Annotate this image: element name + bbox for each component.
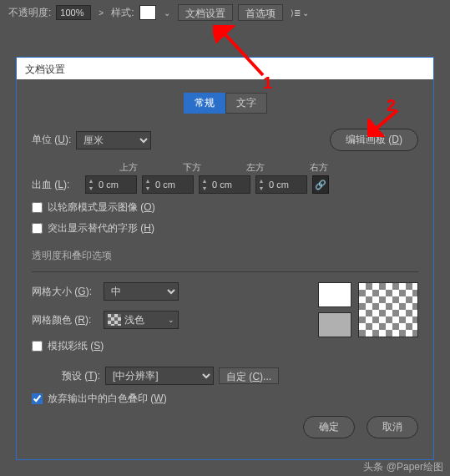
simulate-paper-checkbox[interactable] [32, 341, 43, 352]
swatch-grey[interactable] [318, 312, 351, 337]
outline-mode-checkbox[interactable] [32, 202, 43, 213]
style-swatch[interactable] [139, 5, 156, 20]
opacity-label: 不透明度: [8, 6, 51, 20]
doc-settings-dialog: 文档设置 常规 文字 单位 (U): 厘米 编辑画板 (D) 上方 下方 左方 … [16, 57, 434, 460]
tab-text[interactable]: 文字 [225, 93, 267, 114]
transparency-section-title: 透明度和叠印选项 [32, 249, 418, 263]
preset-label: 预设 (T): [62, 369, 100, 383]
discard-white-label: 放弃输出中的白色叠印 (W) [48, 392, 167, 406]
highlight-sub-checkbox[interactable] [32, 223, 43, 234]
ok-button[interactable]: 确定 [303, 416, 355, 438]
discard-white-checkbox[interactable] [32, 393, 43, 404]
unit-select[interactable]: 厘米 [76, 131, 151, 149]
grid-color-label: 网格颜色 (R): [32, 313, 104, 327]
custom-button[interactable]: 自定 (C)... [219, 367, 279, 384]
simulate-paper-label: 模拟彩纸 (S) [48, 339, 104, 353]
preset-select[interactable]: [中分辨率] [105, 367, 214, 385]
opacity-input[interactable] [56, 5, 91, 20]
dialog-title: 文档设置 [17, 58, 433, 79]
swatch-white[interactable] [318, 282, 351, 307]
grid-size-select[interactable]: 中 [104, 282, 179, 301]
bleed-right-input[interactable]: ▲▼ [255, 175, 307, 194]
bleed-headers: 上方 下方 左方 右方 [119, 161, 418, 174]
annotation-label-2: 2 [387, 96, 396, 115]
edit-artboard-button[interactable]: 编辑画板 (D) [330, 129, 418, 151]
preferences-button[interactable]: 首选项 [238, 4, 283, 21]
tab-bar: 常规 文字 [32, 93, 418, 114]
bleed-top-input[interactable]: ▲▼ [85, 175, 137, 194]
transparency-preview [358, 282, 418, 337]
bleed-label: 出血 (L): [32, 178, 80, 192]
checker-icon [108, 314, 121, 326]
annotation-label-1: 1 [263, 73, 272, 93]
divider [32, 271, 418, 272]
style-label: 样式: [111, 6, 134, 20]
bleed-bottom-input[interactable]: ▲▼ [142, 175, 194, 194]
style-dropdown-icon[interactable]: ⌄ [161, 8, 173, 18]
link-bleed-icon[interactable]: 🔗 [312, 175, 329, 194]
tab-general[interactable]: 常规 [184, 93, 225, 114]
cancel-button[interactable]: 取消 [367, 416, 418, 438]
toolbar-more-icon[interactable]: ⟩≣ ⌄ [288, 8, 312, 18]
doc-settings-button[interactable]: 文档设置 [178, 4, 233, 21]
bleed-left-input[interactable]: ▲▼ [199, 175, 250, 194]
grid-size-label: 网格大小 (G): [32, 285, 104, 299]
grid-color-select[interactable]: 浅色 ⌄ [104, 311, 179, 329]
watermark-caption: 头条 @Paper绘图 [363, 460, 443, 474]
top-toolbar: 不透明度: > 样式: ⌄ 文档设置 首选项 ⟩≣ ⌄ [0, 0, 450, 25]
outline-mode-label: 以轮廓模式显示图像 (O) [48, 200, 155, 215]
unit-label: 单位 (U): [32, 133, 71, 147]
highlight-sub-label: 突出显示替代的字形 (H) [48, 221, 154, 235]
opacity-caret-icon[interactable]: > [96, 8, 106, 18]
